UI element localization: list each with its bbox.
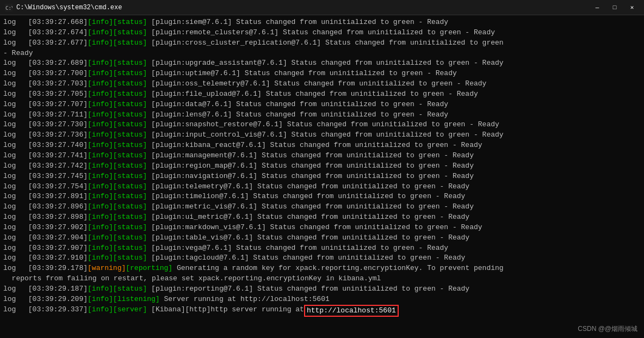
terminal-line: - Ready bbox=[3, 48, 641, 59]
terminal-line: log [03:39:27.711][info][status] [plugin… bbox=[3, 110, 641, 120]
terminal-line: log [03:39:27.891][info][status] [plugin… bbox=[3, 192, 641, 202]
terminal-line: log [03:39:27.707][info][status] [plugin… bbox=[3, 100, 641, 110]
maximize-button[interactable]: □ bbox=[607, 2, 622, 13]
terminal-body: log [03:39:27.668][info][status] [plugin… bbox=[0, 15, 644, 338]
terminal-line: log [03:39:27.745][info][status] [plugin… bbox=[3, 171, 641, 182]
window-title: C:\Windows\system32\cmd.exe bbox=[16, 4, 590, 11]
terminal-line: log [03:39:27.674][info][status] [plugin… bbox=[3, 28, 641, 38]
terminal-line: log [03:39:27.703][info][status] [plugin… bbox=[3, 79, 641, 89]
terminal-line: log [03:39:27.705][info][status] [plugin… bbox=[3, 89, 641, 100]
terminal-line: reports from failing on restart, please … bbox=[3, 274, 641, 284]
terminal-line: log [03:39:27.730][info][status] [plugin… bbox=[3, 120, 641, 130]
terminal-line: log [03:39:27.668][info][status] [plugin… bbox=[3, 17, 641, 28]
terminal-line: log [03:39:27.700][info][status] [plugin… bbox=[3, 69, 641, 79]
terminal-line: log [03:39:27.689][info][status] [plugin… bbox=[3, 58, 641, 69]
terminal-line: log [03:39:27.896][info][status] [plugin… bbox=[3, 202, 641, 212]
terminal-line: log [03:39:27.910][info][status] [plugin… bbox=[3, 253, 641, 263]
terminal-line: log [03:39:27.740][info][status] [plugin… bbox=[3, 140, 641, 151]
terminal-line: log [03:39:27.742][info][status] [plugin… bbox=[3, 161, 641, 171]
terminal-line: log [03:39:27.898][info][status] [plugin… bbox=[3, 212, 641, 223]
cmd-icon: C:\ bbox=[4, 3, 13, 12]
terminal-line: log [03:39:29.187][info][status] [plugin… bbox=[3, 284, 641, 294]
terminal-line: log [03:39:27.677][info][status] [plugin… bbox=[3, 38, 641, 48]
minimize-button[interactable]: — bbox=[590, 2, 605, 13]
terminal-line: log [03:39:27.904][info][status] [plugin… bbox=[3, 233, 641, 243]
terminal-line: log [03:39:27.907][info][status] [plugin… bbox=[3, 243, 641, 254]
title-bar: C:\ C:\Windows\system32\cmd.exe — □ ✕ bbox=[0, 0, 644, 15]
window-controls: — □ ✕ bbox=[590, 2, 640, 13]
close-button[interactable]: ✕ bbox=[624, 2, 640, 13]
terminal-line: log [03:39:29.209][info][listening] Serv… bbox=[3, 294, 641, 305]
watermark: CSDN @@烟雨倾城 bbox=[578, 324, 637, 334]
terminal-line: log [03:39:29.178][warning][reporting] G… bbox=[3, 263, 641, 274]
terminal-line: log [03:39:27.741][info][status] [plugin… bbox=[3, 151, 641, 161]
terminal-line: log [03:39:29.337][info][server] [Kibana… bbox=[3, 305, 641, 317]
terminal-line: log [03:39:27.902][info][status] [plugin… bbox=[3, 223, 641, 233]
terminal-line: log [03:39:27.754][info][status] [plugin… bbox=[3, 182, 641, 192]
terminal-line: log [03:39:27.736][info][status] [plugin… bbox=[3, 130, 641, 140]
svg-text:C:\: C:\ bbox=[5, 5, 13, 11]
